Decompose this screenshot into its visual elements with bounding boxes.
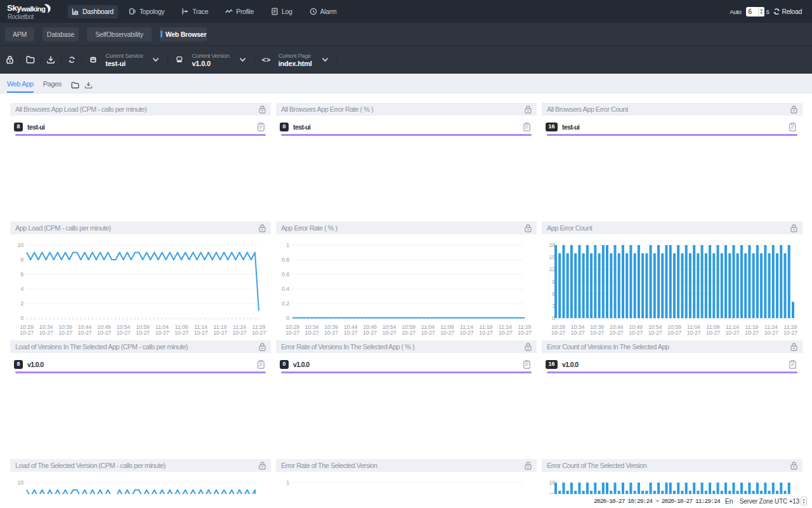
svg-text:10:59: 10:59 bbox=[136, 324, 150, 330]
svg-text:10-27: 10-27 bbox=[498, 330, 512, 335]
svg-text:10:39: 10:39 bbox=[58, 324, 72, 330]
svg-text:11:14: 11:14 bbox=[460, 324, 473, 330]
svg-text:10-27: 10-27 bbox=[421, 330, 435, 335]
svg-text:11:09: 11:09 bbox=[441, 324, 454, 330]
svg-text:10-27: 10-27 bbox=[479, 330, 493, 335]
svg-text:0.6: 0.6 bbox=[282, 271, 289, 277]
svg-text:10:34: 10:34 bbox=[305, 324, 319, 330]
svg-text:10-27: 10-27 bbox=[324, 330, 338, 335]
svg-text:10-27: 10-27 bbox=[667, 330, 681, 335]
svg-text:11:09: 11:09 bbox=[707, 324, 720, 330]
svg-text:0: 0 bbox=[20, 315, 23, 321]
svg-text:10-27: 10-27 bbox=[58, 330, 72, 335]
svg-text:10:59: 10:59 bbox=[402, 324, 416, 330]
svg-text:10-27: 10-27 bbox=[343, 330, 357, 335]
svg-text:10-27: 10-27 bbox=[590, 330, 604, 335]
svg-text:10-27: 10-27 bbox=[363, 330, 377, 335]
svg-text:11:29: 11:29 bbox=[252, 324, 266, 330]
svg-text:10-27: 10-27 bbox=[97, 330, 111, 335]
svg-text:11:19: 11:19 bbox=[480, 324, 493, 330]
svg-text:10-27: 10-27 bbox=[20, 330, 34, 335]
svg-text:11:24: 11:24 bbox=[499, 324, 512, 330]
svg-text:10-27: 10-27 bbox=[155, 330, 169, 335]
svg-text:10-27: 10-27 bbox=[285, 330, 299, 335]
svg-text:18: 18 bbox=[549, 479, 555, 486]
svg-text:11:04: 11:04 bbox=[155, 324, 169, 330]
svg-text:10-27: 10-27 bbox=[382, 330, 396, 335]
svg-text:11:29: 11:29 bbox=[518, 324, 532, 330]
svg-text:10-27: 10-27 bbox=[136, 330, 150, 335]
svg-text:10-27: 10-27 bbox=[459, 330, 473, 335]
svg-text:11:09: 11:09 bbox=[175, 324, 188, 330]
svg-text:10:54: 10:54 bbox=[648, 324, 662, 330]
svg-text:4: 4 bbox=[20, 286, 23, 292]
svg-text:10-27: 10-27 bbox=[402, 330, 416, 335]
svg-text:11:24: 11:24 bbox=[764, 324, 778, 330]
svg-text:10:49: 10:49 bbox=[363, 324, 377, 330]
svg-text:10:39: 10:39 bbox=[590, 324, 604, 330]
svg-text:10:49: 10:49 bbox=[629, 324, 643, 330]
svg-text:11:04: 11:04 bbox=[421, 324, 435, 330]
svg-text:10-27: 10-27 bbox=[648, 330, 662, 335]
svg-text:6: 6 bbox=[20, 271, 23, 277]
svg-text:10-27: 10-27 bbox=[213, 330, 227, 335]
svg-text:12: 12 bbox=[549, 266, 555, 272]
svg-text:1: 1 bbox=[286, 479, 289, 486]
svg-text:10:29: 10:29 bbox=[285, 324, 299, 330]
svg-text:10:54: 10:54 bbox=[117, 324, 131, 330]
svg-text:18: 18 bbox=[549, 242, 555, 248]
svg-text:10: 10 bbox=[17, 242, 23, 248]
svg-text:10-27: 10-27 bbox=[725, 330, 739, 335]
svg-text:10-27: 10-27 bbox=[193, 330, 207, 335]
svg-text:10-27: 10-27 bbox=[629, 330, 643, 335]
svg-text:10-27: 10-27 bbox=[570, 330, 584, 335]
svg-text:10-27: 10-27 bbox=[39, 330, 53, 335]
svg-text:11:14: 11:14 bbox=[194, 324, 207, 330]
svg-text:0.8: 0.8 bbox=[282, 257, 289, 263]
svg-text:11:29: 11:29 bbox=[784, 324, 797, 330]
svg-text:10:49: 10:49 bbox=[97, 324, 111, 330]
svg-text:10: 10 bbox=[17, 479, 23, 486]
svg-text:10:39: 10:39 bbox=[324, 324, 338, 330]
svg-text:10-27: 10-27 bbox=[252, 330, 266, 335]
svg-text:0.4: 0.4 bbox=[282, 286, 289, 292]
svg-text:10-27: 10-27 bbox=[609, 330, 623, 335]
svg-text:11:19: 11:19 bbox=[214, 324, 227, 330]
svg-text:10:59: 10:59 bbox=[667, 324, 681, 330]
svg-text:10:34: 10:34 bbox=[39, 324, 53, 330]
svg-text:10-27: 10-27 bbox=[551, 330, 565, 335]
svg-text:0: 0 bbox=[286, 315, 289, 321]
svg-text:15: 15 bbox=[549, 254, 555, 260]
svg-text:11:14: 11:14 bbox=[726, 324, 739, 330]
svg-text:8: 8 bbox=[20, 257, 23, 263]
svg-text:10:29: 10:29 bbox=[551, 324, 565, 330]
svg-text:10-27: 10-27 bbox=[783, 330, 797, 335]
svg-text:10-27: 10-27 bbox=[232, 330, 246, 335]
svg-text:10:29: 10:29 bbox=[20, 324, 34, 330]
svg-text:1: 1 bbox=[286, 242, 289, 248]
svg-text:10-27: 10-27 bbox=[706, 330, 720, 335]
svg-text:10:34: 10:34 bbox=[571, 324, 585, 330]
svg-text:10:44: 10:44 bbox=[610, 324, 624, 330]
svg-text:2: 2 bbox=[20, 300, 23, 307]
svg-text:11:19: 11:19 bbox=[745, 324, 759, 330]
svg-text:10:44: 10:44 bbox=[78, 324, 92, 330]
svg-text:0.2: 0.2 bbox=[282, 300, 289, 307]
svg-text:10-27: 10-27 bbox=[764, 330, 778, 335]
svg-text:11:24: 11:24 bbox=[233, 324, 246, 330]
svg-text:10-27: 10-27 bbox=[440, 330, 454, 335]
svg-text:10-27: 10-27 bbox=[745, 330, 759, 335]
svg-text:10-27: 10-27 bbox=[518, 330, 532, 335]
svg-text:11:04: 11:04 bbox=[687, 324, 700, 330]
svg-text:10:54: 10:54 bbox=[383, 324, 396, 330]
svg-text:10-27: 10-27 bbox=[304, 330, 318, 335]
svg-text:10-27: 10-27 bbox=[174, 330, 188, 335]
svg-text:10-27: 10-27 bbox=[686, 330, 700, 335]
svg-text:10-27: 10-27 bbox=[116, 330, 130, 335]
svg-text:10-27: 10-27 bbox=[77, 330, 91, 335]
svg-text:10:44: 10:44 bbox=[344, 324, 358, 330]
